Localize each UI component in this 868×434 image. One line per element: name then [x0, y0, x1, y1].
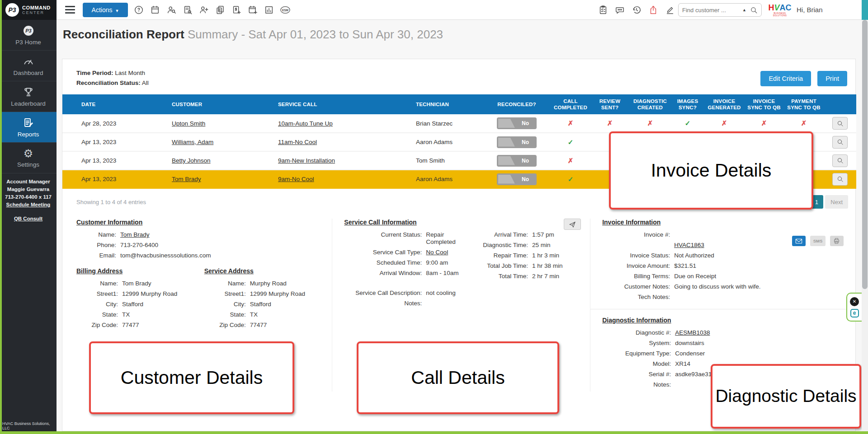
sms-invoice-button[interactable]: SMS: [810, 236, 826, 246]
col-payment-sync-qb: PAYMENT SYNC TO QB: [784, 94, 824, 114]
svg-text:ESM: ESM: [282, 9, 288, 12]
schedule-meeting-link[interactable]: Schedule Meeting: [6, 202, 51, 207]
history-icon[interactable]: [631, 5, 642, 15]
sidebar-item-reports[interactable]: Reports: [0, 112, 57, 143]
status-invoice-sync-qb: ✗: [761, 119, 767, 127]
add-customer-icon[interactable]: [198, 5, 209, 15]
service-call-heading: Service Call Information: [344, 219, 582, 226]
cell-date: Apr 13, 2023: [62, 170, 153, 188]
frame-border-bottom: [0, 431, 868, 434]
hamburger-menu-icon[interactable]: [65, 6, 75, 14]
reconciled-toggle[interactable]: No: [497, 155, 537, 167]
next-page-button[interactable]: Next: [825, 195, 848, 209]
topbar: P3 COMMAND CENTER Actions▼ ESM ▲ HVAC BU…: [0, 0, 868, 20]
invoice-number-link[interactable]: HVAC1863: [674, 242, 704, 248]
account-manager-name: Maggie Guevarra: [2, 186, 55, 193]
cell-date: Apr 13, 2023: [62, 133, 153, 151]
row-details-button[interactable]: [832, 136, 848, 149]
customer-link[interactable]: Williams, Adam: [172, 139, 213, 145]
checklist-icon[interactable]: [598, 5, 609, 15]
edit-criteria-button[interactable]: Edit Criteria: [760, 71, 811, 86]
table-header-row: DATE CUSTOMER SERVICE CALL TECHNICIAN RE…: [62, 94, 856, 114]
col-diagnostic-created: DIAGNOSTIC CREATED: [629, 94, 671, 114]
frame-border-left: [0, 0, 2, 434]
reports-chart-icon[interactable]: [264, 5, 274, 15]
service-call-link[interactable]: 9am-New Installation: [278, 157, 335, 164]
status-call-completed: ✗: [568, 157, 574, 164]
cell-technician: Aaron Adams: [397, 133, 483, 151]
extension-e-icon[interactable]: e: [850, 309, 859, 317]
esm-icon[interactable]: ESM: [280, 5, 291, 15]
col-invoice-generated: INVOICE GENERATED: [704, 94, 744, 114]
service-call-description: not cooling: [422, 289, 455, 297]
customer-name-link[interactable]: Tom Brady: [120, 231, 150, 238]
sidebar: P3 P3 Home Dashboard Leaderboard Reports…: [0, 20, 57, 434]
row-details-button[interactable]: [832, 154, 848, 167]
search-icon[interactable]: [750, 6, 758, 14]
brand-line1: COMMAND: [22, 5, 51, 10]
documents-icon[interactable]: [215, 5, 226, 15]
sidebar-item-settings[interactable]: ⚙ Settings: [0, 143, 57, 173]
brand-logo[interactable]: P3 COMMAND CENTER: [0, 0, 57, 20]
print-button[interactable]: Print: [817, 71, 847, 86]
reconciled-toggle[interactable]: No: [497, 136, 537, 148]
report-icon: [23, 117, 34, 129]
search-input[interactable]: [682, 7, 742, 14]
customer-details-callout: Customer Details: [89, 341, 294, 414]
browser-extension-flyout: ✕ e: [846, 293, 862, 322]
share-icon[interactable]: [648, 5, 659, 15]
collapse-search-icon[interactable]: ▲: [742, 8, 746, 12]
status-review-sent: ✗: [607, 119, 613, 127]
gauge-icon: [23, 56, 34, 67]
customer-search-box[interactable]: ▲: [678, 3, 762, 17]
status-call-completed: ✗: [568, 119, 574, 127]
cell-technician: Tom Smith: [397, 151, 483, 170]
status-call-completed: ✓: [568, 175, 574, 183]
customer-link[interactable]: Tom Brady: [172, 176, 201, 182]
paper-plane-icon: [569, 221, 576, 228]
sidebar-item-p3-home[interactable]: P3 P3 Home: [0, 20, 57, 51]
reconciled-toggle[interactable]: No: [497, 117, 537, 129]
row-details-button[interactable]: [832, 173, 848, 186]
actions-button[interactable]: Actions▼: [83, 3, 128, 17]
call-details-callout: Call Details: [357, 341, 559, 414]
add-invoice-icon[interactable]: [231, 5, 242, 15]
sidebar-item-dashboard[interactable]: Dashboard: [0, 51, 57, 81]
invoice-search-icon[interactable]: [182, 5, 193, 15]
qb-consult-link[interactable]: QB Consult: [14, 216, 42, 221]
help-icon[interactable]: [133, 5, 144, 15]
service-call-link[interactable]: 11am-No Cool: [278, 139, 317, 145]
email-invoice-button[interactable]: [792, 236, 806, 246]
customer-search-icon[interactable]: [166, 5, 177, 15]
add-appointment-icon[interactable]: [247, 5, 258, 15]
close-icon[interactable]: ✕: [850, 297, 859, 306]
status-payment-sync-qb: ✗: [801, 119, 807, 127]
calendar-icon[interactable]: [150, 5, 160, 15]
send-service-call-button[interactable]: [564, 219, 581, 230]
entries-summary: Showing 1 to 4 of 4 entries: [76, 199, 146, 205]
messages-icon[interactable]: [614, 5, 625, 15]
service-call-type-link[interactable]: No Cool: [426, 249, 448, 256]
col-call-completed: CALL COMPLETED: [551, 94, 590, 114]
brand-line2: CENTER: [22, 10, 51, 15]
vertical-scrollbar[interactable]: [862, 0, 868, 434]
service-call-link[interactable]: 10am-Auto Tune Up: [278, 120, 333, 127]
row-details-button[interactable]: [832, 117, 848, 130]
service-address-block: Service Address Name:Murphy Road Street1…: [204, 267, 332, 332]
edit-icon[interactable]: [665, 5, 675, 15]
customer-link[interactable]: Upton Smith: [172, 120, 205, 127]
account-manager-block: Account Manager Maggie Guevarra 713-270-…: [0, 173, 57, 209]
col-customer: CUSTOMER: [153, 94, 259, 114]
status-call-completed: ✓: [568, 138, 574, 146]
customer-link[interactable]: Betty Johnson: [172, 157, 211, 164]
print-invoice-button[interactable]: [830, 236, 844, 246]
cell-technician: Brian Starzec: [397, 114, 483, 133]
cell-date: Apr 28, 2023: [62, 114, 153, 133]
scrollbar-thumb[interactable]: [862, 20, 868, 289]
customer-email: tom@hvacbusinesssolutions.com: [116, 252, 211, 259]
sidebar-item-leaderboard[interactable]: Leaderboard: [0, 81, 57, 112]
reconciled-toggle[interactable]: No: [497, 173, 537, 185]
diagnostic-number-link[interactable]: AESMB1038: [675, 329, 710, 336]
service-call-link[interactable]: 9am-No Cool: [278, 176, 314, 182]
diagnostic-details-callout: Diagnostic Details: [711, 364, 861, 429]
